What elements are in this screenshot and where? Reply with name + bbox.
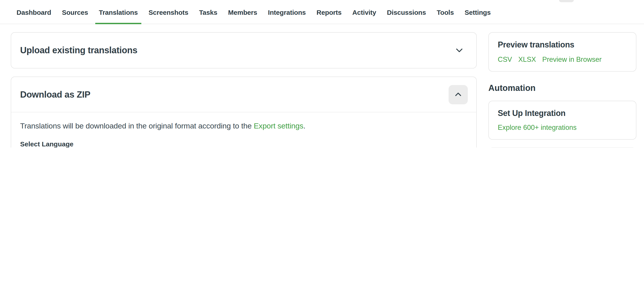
export-settings-link[interactable]: Export settings (254, 122, 304, 130)
page: Dashboard Sources Translations Screensho… (0, 0, 644, 148)
description-period: . (304, 122, 306, 130)
download-card-body: Translations will be downloaded in the o… (11, 112, 476, 148)
sidebar: Preview translations CSV XLSX Preview in… (488, 32, 636, 148)
cli-card[interactable]: Command Line Tool (CLI) Automate your lo… (488, 147, 636, 148)
tab-reports[interactable]: Reports (317, 1, 342, 24)
tab-dashboard[interactable]: Dashboard (16, 1, 51, 24)
tab-tools[interactable]: Tools (437, 1, 454, 24)
download-card-header: Download as ZIP (11, 77, 476, 112)
tab-translations[interactable]: Translations (99, 1, 138, 24)
tab-activity[interactable]: Activity (352, 1, 376, 24)
set-up-integration-card: Set Up Integration Explore 600+ integrat… (488, 101, 636, 140)
preview-translations-card: Preview translations CSV XLSX Preview in… (488, 32, 636, 72)
upload-card-title: Upload existing translations (20, 45, 137, 56)
collapse-section-button[interactable] (448, 85, 468, 104)
description-text: Translations will be downloaded in the o… (20, 122, 254, 130)
automation-heading: Automation (488, 83, 636, 93)
tab-discussions[interactable]: Discussions (387, 1, 426, 24)
xlsx-link[interactable]: XLSX (518, 56, 536, 64)
tab-integrations[interactable]: Integrations (268, 1, 306, 24)
project-tabs: Dashboard Sources Translations Screensho… (0, 0, 644, 24)
content-layout: Upload existing translations Download as… (0, 24, 644, 148)
upload-existing-translations-card[interactable]: Upload existing translations (11, 32, 477, 69)
csv-link[interactable]: CSV (498, 56, 512, 64)
scrolled-element-remnant (559, 0, 574, 2)
select-language-label: Select Language (20, 140, 467, 148)
preview-links-row: CSV XLSX Preview in Browser (498, 56, 627, 64)
preview-translations-title: Preview translations (498, 40, 627, 50)
tab-settings[interactable]: Settings (465, 1, 491, 24)
set-up-integration-title: Set Up Integration (498, 109, 627, 118)
tab-screenshots[interactable]: Screenshots (148, 1, 188, 24)
tab-tasks[interactable]: Tasks (199, 1, 217, 24)
download-description: Translations will be downloaded in the o… (20, 122, 467, 131)
explore-integrations-link[interactable]: Explore 600+ integrations (498, 124, 576, 132)
download-card-title: Download as ZIP (20, 89, 90, 100)
preview-in-browser-link[interactable]: Preview in Browser (542, 56, 602, 64)
chevron-down-icon (456, 48, 462, 52)
chevron-up-icon (455, 93, 461, 96)
download-as-zip-card: Download as ZIP Translations will be dow… (11, 77, 477, 148)
main-column: Upload existing translations Download as… (11, 32, 477, 148)
tab-members[interactable]: Members (228, 1, 257, 24)
tab-sources[interactable]: Sources (62, 1, 88, 24)
